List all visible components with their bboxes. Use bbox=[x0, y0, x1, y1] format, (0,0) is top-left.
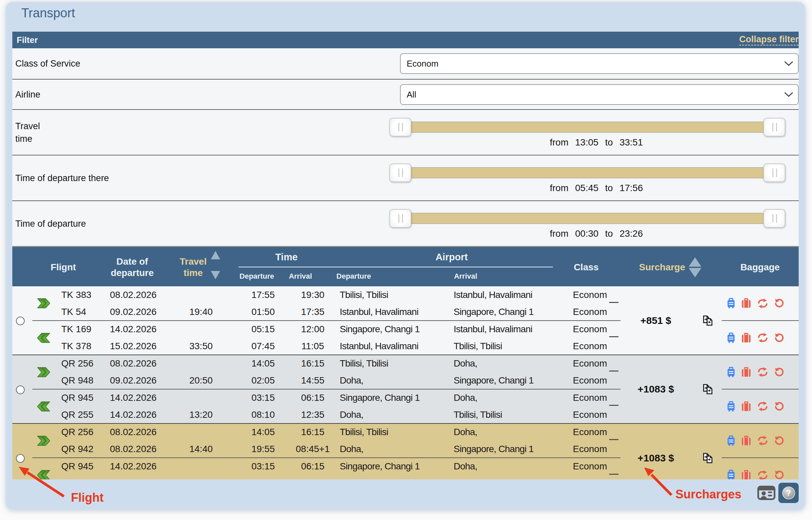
sort-asc-icon[interactable] bbox=[688, 257, 701, 267]
carry-on-baggage-icon[interactable] bbox=[727, 470, 735, 479]
checked-baggage-icon[interactable] bbox=[742, 367, 751, 377]
departure-time: 14:05 bbox=[222, 355, 278, 372]
address-card-icon[interactable] bbox=[757, 486, 776, 500]
arrival-time: 16:15 bbox=[278, 355, 332, 372]
airline-select-wrap: All bbox=[400, 84, 799, 105]
col-date-header[interactable]: Date of departure bbox=[94, 256, 171, 279]
baggage-icons bbox=[722, 436, 799, 446]
undo-icon[interactable] bbox=[775, 333, 784, 343]
flight-row: TK 383 08.02.2026 17:55 19:30 Tbilisi, T… bbox=[12, 286, 799, 304]
copy-icon[interactable] bbox=[703, 315, 713, 326]
baggage-cell bbox=[722, 286, 799, 320]
col-travel-header[interactable]: Travel time bbox=[170, 256, 217, 279]
baggage-icons bbox=[722, 470, 799, 479]
travel-time bbox=[167, 286, 222, 304]
filter-label: Travel time bbox=[15, 120, 59, 145]
flight-group[interactable]: QR 256 08.02.2026 14:05 16:15 Tbilisi, T… bbox=[12, 423, 799, 479]
flight-row: QR 256 08.02.2026 14:05 16:15 Tbilisi, T… bbox=[12, 355, 799, 372]
help-button[interactable]: ? bbox=[778, 483, 799, 503]
flight-number: QR 256 bbox=[55, 355, 107, 372]
checked-baggage-icon[interactable] bbox=[742, 333, 751, 343]
slider-handle-max[interactable] bbox=[763, 163, 785, 182]
departure-date: 09.02.2026 bbox=[107, 372, 167, 390]
checked-baggage-icon[interactable] bbox=[742, 470, 751, 479]
flight-group[interactable]: QR 256 08.02.2026 14:05 16:15 Tbilisi, T… bbox=[12, 355, 799, 423]
arrival-time: 19:30 bbox=[278, 286, 332, 304]
exchange-icon[interactable] bbox=[757, 436, 768, 445]
departure-time: 07:45 bbox=[222, 338, 278, 355]
collapse-filter-link[interactable]: Collapse filter bbox=[739, 34, 799, 46]
checked-baggage-icon[interactable] bbox=[742, 401, 751, 412]
slider-track[interactable] bbox=[389, 122, 785, 133]
service-class: Econom bbox=[566, 355, 607, 372]
carry-on-baggage-icon[interactable] bbox=[727, 333, 735, 343]
departure-time: 05:15 bbox=[222, 320, 278, 338]
baggage-icons bbox=[722, 298, 799, 309]
flights-data-table: TK 383 08.02.2026 17:55 19:30 Tbilisi, T… bbox=[12, 286, 799, 479]
range-values: from13:05to33:51 bbox=[389, 137, 785, 148]
airport-departure-subheader: Departure bbox=[336, 271, 371, 282]
filter-label: Time of departure bbox=[15, 218, 86, 229]
service-class: Econom bbox=[566, 475, 607, 480]
sort-asc-icon[interactable] bbox=[211, 251, 220, 259]
undo-icon[interactable] bbox=[775, 436, 784, 445]
range-slider bbox=[389, 209, 785, 229]
sort-desc-icon[interactable] bbox=[211, 271, 220, 279]
time-departure-subheader: Departure bbox=[239, 271, 274, 282]
arrival-time: 17:35 bbox=[278, 304, 332, 321]
surcharge-cell: +851 $ bbox=[620, 286, 722, 355]
exchange-icon[interactable] bbox=[757, 367, 768, 377]
departure-date: 14.02.2026 bbox=[107, 475, 167, 480]
slider-handle-min[interactable] bbox=[389, 118, 411, 136]
slider-track[interactable] bbox=[389, 213, 785, 224]
departure-date: 14.02.2026 bbox=[107, 389, 167, 407]
carry-on-baggage-icon[interactable] bbox=[727, 367, 735, 378]
surcharge-price: +1083 $ bbox=[620, 452, 691, 464]
departure-airport: Doha, bbox=[332, 475, 452, 480]
arrival-time: 06:15 bbox=[278, 389, 332, 407]
flight-number: QR 256 bbox=[55, 423, 107, 441]
exchange-icon[interactable] bbox=[757, 470, 768, 480]
sort-desc-icon[interactable] bbox=[688, 268, 701, 277]
range-from-word: from bbox=[550, 183, 568, 193]
class-of-service-select[interactable]: Econom bbox=[400, 53, 799, 74]
dash-icon bbox=[609, 370, 618, 371]
question-circle-icon: ? bbox=[782, 486, 795, 499]
exchange-icon[interactable] bbox=[757, 401, 768, 411]
undo-icon[interactable] bbox=[775, 402, 784, 411]
flight-group[interactable]: TK 383 08.02.2026 17:55 19:30 Tbilisi, T… bbox=[12, 286, 799, 355]
exchange-icon[interactable] bbox=[757, 298, 768, 308]
slider-handle-max[interactable] bbox=[763, 118, 785, 136]
slider-handle-min[interactable] bbox=[389, 163, 411, 182]
col-surcharge-header[interactable]: Surcharge bbox=[639, 257, 702, 277]
table-header: Flignt Date of departure Travel time Tim… bbox=[12, 246, 799, 286]
carry-on-baggage-icon[interactable] bbox=[727, 436, 735, 446]
undo-icon[interactable] bbox=[775, 298, 784, 308]
flight-select-radio[interactable] bbox=[16, 386, 25, 394]
service-class: Econom bbox=[566, 407, 607, 424]
flights-table: Flignt Date of departure Travel time Tim… bbox=[12, 246, 799, 479]
checked-baggage-icon[interactable] bbox=[742, 298, 751, 308]
slider-handle-min[interactable] bbox=[389, 209, 411, 228]
airline-select[interactable]: All bbox=[400, 84, 799, 105]
copy-icon[interactable] bbox=[703, 453, 713, 463]
flight-select-radio[interactable] bbox=[16, 317, 25, 325]
surcharge-header-label: Surcharge bbox=[639, 262, 685, 273]
exchange-icon[interactable] bbox=[757, 333, 768, 343]
undo-icon[interactable] bbox=[775, 367, 784, 377]
slider-handle-max[interactable] bbox=[763, 209, 785, 228]
departure-time: 08:10 bbox=[222, 475, 278, 480]
flight-select-radio[interactable] bbox=[16, 454, 25, 463]
slider-track[interactable] bbox=[389, 167, 785, 178]
copy-icon[interactable] bbox=[703, 384, 713, 394]
filter-header: Filter Collapse filter bbox=[12, 32, 799, 48]
col-flight-header[interactable]: Flignt bbox=[51, 262, 76, 273]
departure-date: 14.02.2026 bbox=[107, 458, 167, 475]
departure-airport: Istanbul, Havalimani bbox=[332, 304, 452, 321]
checked-baggage-icon[interactable] bbox=[742, 436, 751, 446]
fare-dash-cell bbox=[607, 320, 620, 355]
carry-on-baggage-icon[interactable] bbox=[727, 298, 735, 309]
carry-on-baggage-icon[interactable] bbox=[727, 401, 735, 412]
departure-date: 15.02.2026 bbox=[107, 338, 167, 355]
undo-icon[interactable] bbox=[775, 470, 784, 479]
